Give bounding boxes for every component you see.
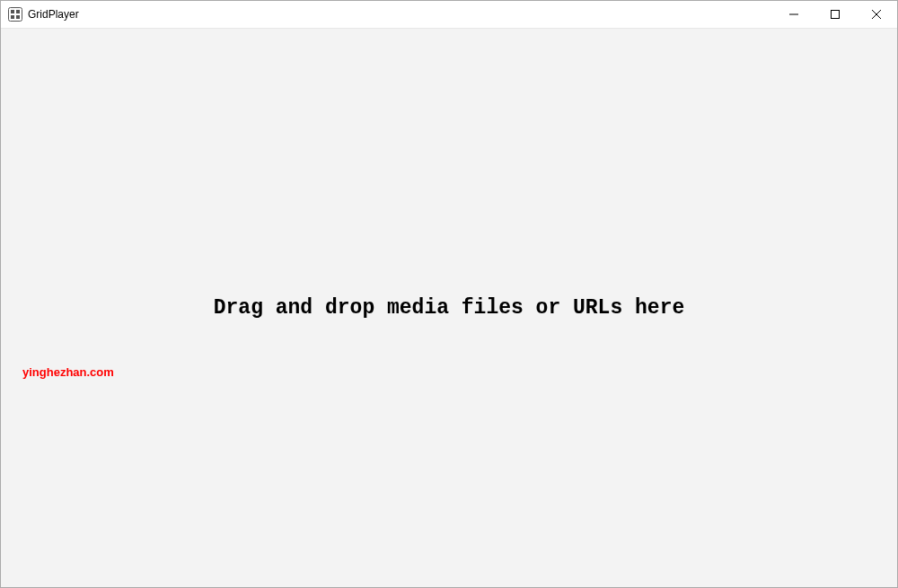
close-button[interactable]: [856, 1, 897, 28]
watermark-text: yinghezhan.com: [22, 365, 114, 379]
svg-rect-6: [832, 10, 840, 18]
svg-rect-2: [16, 10, 20, 13]
svg-rect-4: [16, 15, 20, 19]
minimize-button[interactable]: [773, 1, 814, 28]
app-window: GridPlayer: [0, 0, 898, 588]
maximize-icon: [831, 8, 840, 22]
title-left: GridPlayer: [1, 7, 773, 22]
svg-rect-3: [11, 15, 14, 19]
minimize-icon: [789, 8, 798, 22]
drop-message: Drag and drop media files or URLs here: [214, 296, 685, 320]
close-icon: [872, 8, 881, 22]
window-controls: [773, 1, 897, 28]
maximize-button[interactable]: [814, 1, 856, 28]
svg-rect-0: [9, 8, 22, 22]
app-grid-icon: [8, 7, 22, 22]
drop-zone[interactable]: Drag and drop media files or URLs here y…: [1, 29, 897, 587]
svg-rect-1: [11, 10, 14, 13]
window-title: GridPlayer: [28, 8, 79, 21]
titlebar[interactable]: GridPlayer: [1, 1, 897, 29]
